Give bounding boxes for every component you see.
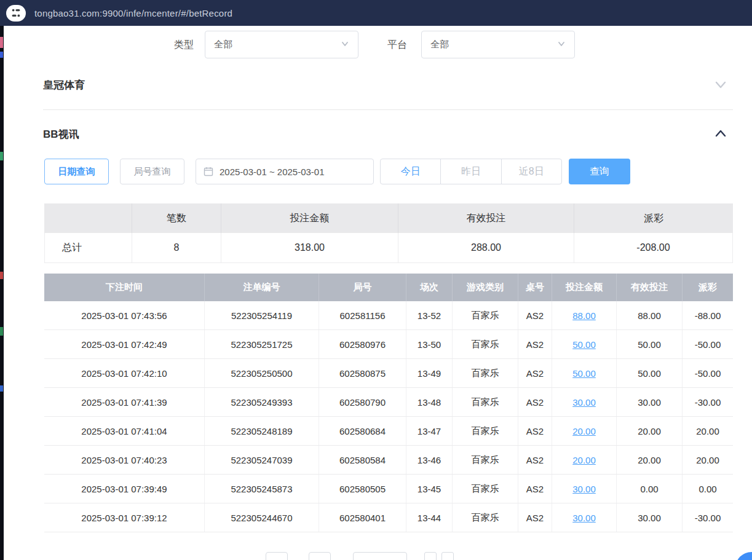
date-range-input[interactable]: 2025-03-01 ~ 2025-03-01 [196,159,374,184]
date-query-button[interactable]: 日期查询 [44,159,109,184]
round-query-button[interactable]: 局号查询 [120,159,184,184]
chevron-down-icon [341,39,349,50]
summary-header-blank [44,203,132,233]
bet-time-cell: 2025-03-01 07:41:04 [44,417,205,445]
type-select-value: 全部 [214,39,341,50]
game-type-cell: 百家乐 [453,330,518,358]
summary-table: 笔数 投注金额 有效投注 派彩 总计 8 318.00 288.00 -208.… [44,203,733,263]
summary-header-valid-bet: 有效投注 [398,203,574,233]
browser-profile-icon[interactable] [6,5,26,22]
today-button[interactable]: 今日 [381,159,441,184]
search-button[interactable]: 查询 [569,159,630,184]
floating-service-button[interactable] [735,552,752,560]
order-no-cell: 522305248189 [205,417,319,445]
game-type-cell: 百家乐 [453,446,518,474]
valid-bet-cell: 50.00 [617,330,683,358]
payout-cell: -88.00 [683,301,733,329]
type-select[interactable]: 全部 [205,31,358,58]
table-no-cell: AS2 [518,417,552,445]
pagination-page-button[interactable] [309,552,331,560]
address-url[interactable]: tongbao31.com:9900/infe/mcenter/#/betRec… [34,8,232,18]
valid-bet-cell: 50.00 [617,359,683,387]
platform-select[interactable]: 全部 [421,31,575,58]
bet-amount-link[interactable]: 30.00 [552,475,617,503]
session-cell: 13-46 [406,446,453,474]
summary-count-value: 8 [132,233,221,262]
pagination-jump-input[interactable] [441,552,454,560]
summary-table-header: 笔数 投注金额 有效投注 派彩 [44,203,733,233]
payout-cell: -30.00 [683,388,733,416]
game-type-cell: 百家乐 [453,417,518,445]
last-8-days-button[interactable]: 近8日 [502,159,561,184]
bet-time-cell: 2025-03-01 07:42:49 [44,330,205,358]
table-row: 2025-03-01 07:42:10 522305250500 6025808… [44,359,733,388]
payout-cell: -30.00 [683,503,733,532]
type-filter-label: 类型 [174,39,194,52]
table-no-cell: AS2 [518,503,552,532]
bet-detail-table: 下注时间 注单编号 局号 场次 游戏类别 桌号 投注金额 有效投注 派彩 202… [44,274,733,532]
summary-bet-amount-value: 318.00 [221,233,398,262]
summary-header-payout: 派彩 [574,203,733,233]
bet-time-cell: 2025-03-01 07:40:23 [44,446,205,474]
round-no-cell: 602580875 [319,359,406,387]
background-window-sliver [0,26,4,560]
payout-cell: 0.00 [683,475,733,503]
section-title-crown-sports: 皇冠体育 [43,78,85,92]
table-row: 2025-03-01 07:43:56 522305254119 6025811… [44,301,733,330]
header-valid-bet: 有效投注 [617,274,683,301]
game-type-cell: 百家乐 [453,475,518,503]
payout-cell: -50.00 [683,330,733,358]
header-bet-time: 下注时间 [44,274,205,301]
table-no-cell: AS2 [518,359,552,387]
bet-amount-link[interactable]: 30.00 [552,388,617,416]
crown-sports-expand-chevron[interactable] [712,77,729,92]
table-no-cell: AS2 [518,301,552,329]
payout-cell: 20.00 [683,417,733,445]
session-cell: 13-50 [406,330,453,358]
table-row: 2025-03-01 07:39:49 522305245873 6025805… [44,475,733,503]
valid-bet-cell: 20.00 [617,446,683,474]
session-cell: 13-47 [406,417,453,445]
valid-bet-cell: 0.00 [617,475,683,503]
section-title-bb-video: BB视讯 [43,127,79,141]
game-type-cell: 百家乐 [453,388,518,416]
bet-amount-link[interactable]: 20.00 [552,446,617,474]
summary-total-label: 总计 [45,233,132,262]
round-no-cell: 602580401 [319,503,406,532]
game-type-cell: 百家乐 [453,359,518,387]
table-no-cell: AS2 [518,475,552,503]
quick-date-group: 今日 昨日 近8日 [380,159,562,184]
bet-amount-link[interactable]: 50.00 [552,330,617,358]
bb-video-collapse-chevron[interactable] [712,126,729,141]
table-row: 2025-03-01 07:42:49 522305251725 6025809… [44,330,733,359]
bet-time-cell: 2025-03-01 07:41:39 [44,388,205,416]
header-session: 场次 [406,274,453,301]
valid-bet-cell: 30.00 [617,388,683,416]
browser-address-bar: tongbao31.com:9900/infe/mcenter/#/betRec… [0,0,752,26]
summary-header-count: 笔数 [132,203,221,233]
header-game-type: 游戏类别 [453,274,518,301]
table-row: 2025-03-01 07:39:12 522305244670 6025804… [44,503,733,532]
bet-amount-link[interactable]: 50.00 [552,359,617,387]
yesterday-button[interactable]: 昨日 [441,159,501,184]
table-row: 2025-03-01 07:41:04 522305248189 6025806… [44,417,733,446]
order-no-cell: 522305247039 [205,446,319,474]
pagination-prev-button[interactable] [266,552,288,560]
round-no-cell: 602580505 [319,475,406,503]
summary-header-bet-amount: 投注金额 [221,203,398,233]
round-no-cell: 602580684 [319,417,406,445]
valid-bet-cell: 30.00 [617,503,683,532]
bet-amount-link[interactable]: 20.00 [552,417,617,445]
order-no-cell: 522305244670 [205,503,319,532]
pagination-page-size-select[interactable] [353,552,407,560]
order-no-cell: 522305245873 [205,475,319,503]
bet-amount-link[interactable]: 30.00 [552,503,617,532]
bet-amount-link[interactable]: 88.00 [552,301,617,329]
bet-time-cell: 2025-03-01 07:43:56 [44,301,205,329]
round-no-cell: 602580976 [319,330,406,358]
session-cell: 13-44 [406,503,453,532]
table-no-cell: AS2 [518,446,552,474]
table-row: 2025-03-01 07:40:23 522305247039 6025805… [44,446,733,475]
bet-record-page: tongbao31.com:9900/infe/mcenter/#/betRec… [0,0,752,560]
pagination-next-button[interactable] [424,552,437,560]
